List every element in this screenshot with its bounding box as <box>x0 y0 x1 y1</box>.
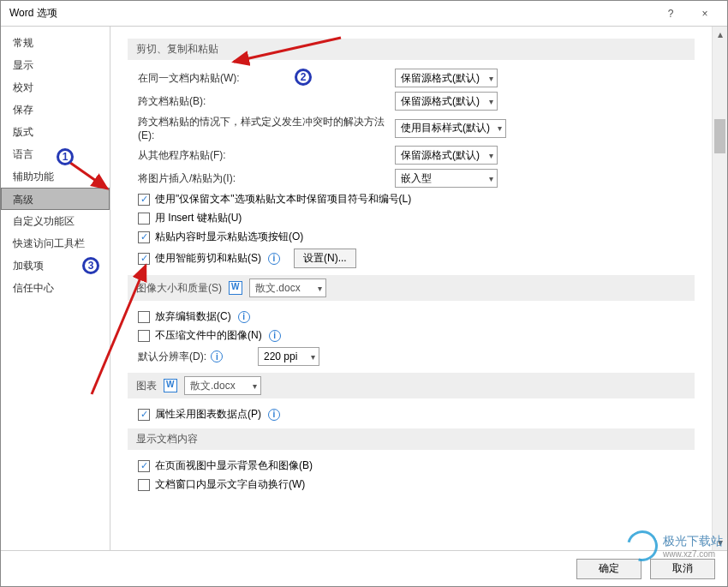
row-bg-colors: 在页面视图中显示背景色和图像(B) <box>138 458 695 473</box>
watermark-text: 极光下载站 <box>663 534 723 549</box>
sidebar-item-trust-center[interactable]: 信任中心 <box>1 277 110 299</box>
word-options-dialog: Word 选项 ? × 常规 显示 校对 保存 版式 语言 辅助功能 高级 自定… <box>0 0 728 587</box>
row-insert-paste-pic: 将图片插入/粘贴为(I): 嵌入型 <box>138 169 695 188</box>
info-icon[interactable]: i <box>268 409 280 421</box>
vertical-scrollbar[interactable]: ▴ ▾ <box>712 27 727 550</box>
label-insert-paste-pic: 将图片插入/粘贴为(I): <box>138 171 395 186</box>
select-paste-cross-doc[interactable]: 保留源格式(默认) <box>395 92 498 111</box>
label-default-res: 默认分辨率(D): i <box>138 350 258 364</box>
row-paste-cross-doc: 跨文档粘贴(B): 保留源格式(默认) <box>138 92 695 111</box>
section-display-doc: 显示文档内容 <box>128 428 695 450</box>
help-button[interactable]: ? <box>653 2 688 26</box>
watermark-logo-icon <box>621 524 663 566</box>
watermark-subtext: www.xz7.com <box>663 549 723 559</box>
row-insert-key: 用 Insert 键粘贴(U) <box>138 211 695 225</box>
sidebar-item-save[interactable]: 保存 <box>1 99 110 121</box>
label-auto-wrap: 文档窗口内显示文字自动换行(W) <box>155 477 305 492</box>
window-title: Word 选项 <box>9 6 653 21</box>
checkbox-no-compress[interactable] <box>138 330 150 342</box>
sidebar: 常规 显示 校对 保存 版式 语言 辅助功能 高级 自定义功能区 快速访问工具栏… <box>1 27 110 550</box>
ok-button[interactable]: 确定 <box>576 559 641 579</box>
sidebar-item-advanced[interactable]: 高级 <box>1 188 110 210</box>
row-keep-bullets: 使用"仅保留文本"选项粘贴文本时保留项目符号和编号(L) <box>138 192 695 207</box>
row-auto-wrap: 文档窗口内显示文字自动换行(W) <box>138 477 695 492</box>
sidebar-item-language[interactable]: 语言 <box>1 143 110 165</box>
section-image-quality: 图像大小和质量(S) 散文.docx <box>128 275 695 301</box>
label-show-paste-btn: 粘贴内容时显示粘贴选项按钮(O) <box>155 230 303 244</box>
label-paste-cross-conflict: 跨文档粘贴的情况下，样式定义发生冲突时的解决方法(E): <box>138 115 395 141</box>
content-area: 剪切、复制和粘贴 在同一文档内粘贴(W): 保留源格式(默认) 跨文档粘贴(B)… <box>110 27 727 550</box>
checkbox-chart-datapoint[interactable] <box>138 409 150 421</box>
checkbox-auto-wrap[interactable] <box>138 479 150 491</box>
checkbox-insert-key[interactable] <box>138 213 150 225</box>
row-paste-same-doc: 在同一文档内粘贴(W): 保留源格式(默认) <box>138 69 695 87</box>
content-scroll: 剪切、复制和粘贴 在同一文档内粘贴(W): 保留源格式(默认) 跨文档粘贴(B)… <box>110 27 712 550</box>
section-image-quality-label: 图像大小和质量(S) <box>136 281 222 296</box>
sidebar-item-display[interactable]: 显示 <box>1 54 110 76</box>
checkbox-bg-colors[interactable] <box>138 460 150 472</box>
checkbox-show-paste-btn[interactable] <box>138 231 150 243</box>
info-icon[interactable]: i <box>238 311 250 323</box>
label-paste-cross-doc: 跨文档粘贴(B): <box>138 94 395 109</box>
section-chart-label: 图表 <box>136 379 157 393</box>
close-button[interactable]: × <box>688 2 722 26</box>
settings-button[interactable]: 设置(N)... <box>294 249 356 268</box>
label-bg-colors: 在页面视图中显示背景色和图像(B) <box>155 458 313 473</box>
word-doc-icon <box>164 379 177 392</box>
label-chart-datapoint: 属性采用图表数据点(P) <box>155 407 261 422</box>
checkbox-keep-bullets[interactable] <box>138 194 150 206</box>
label-discard-edit: 放弃编辑数据(C) <box>155 309 231 324</box>
scroll-track[interactable] <box>713 42 727 535</box>
select-paste-cross-conflict[interactable]: 使用目标样式(默认) <box>395 119 506 138</box>
info-icon[interactable]: i <box>268 253 280 265</box>
watermark: 极光下载站 www.xz7.com <box>627 530 723 561</box>
label-paste-other-app: 从其他程序粘贴(F): <box>138 148 395 163</box>
label-smart-cut: 使用智能剪切和粘贴(S) <box>155 251 261 266</box>
word-doc-icon <box>229 281 242 295</box>
select-insert-paste-pic[interactable]: 嵌入型 <box>395 169 498 188</box>
scroll-up-arrow-icon[interactable]: ▴ <box>713 27 727 42</box>
dialog-body: 常规 显示 校对 保存 版式 语言 辅助功能 高级 自定义功能区 快速访问工具栏… <box>1 27 727 550</box>
cancel-button[interactable]: 取消 <box>650 559 715 579</box>
sidebar-item-quick-access[interactable]: 快速访问工具栏 <box>1 232 110 255</box>
sidebar-item-proofing[interactable]: 校对 <box>1 76 110 99</box>
label-insert-key: 用 Insert 键粘贴(U) <box>155 211 242 225</box>
row-no-compress: 不压缩文件中的图像(N) i <box>138 328 695 343</box>
row-default-res: 默认分辨率(D): i 220 ppi <box>138 347 695 366</box>
info-icon[interactable]: i <box>269 330 281 342</box>
section-chart: 图表 散文.docx <box>128 373 695 398</box>
row-paste-cross-conflict: 跨文档粘贴的情况下，样式定义发生冲突时的解决方法(E): 使用目标样式(默认) <box>138 115 695 141</box>
label-keep-bullets: 使用"仅保留文本"选项粘贴文本时保留项目符号和编号(L) <box>155 192 411 207</box>
dialog-footer: 确定 取消 <box>1 550 727 586</box>
select-image-quality-doc[interactable]: 散文.docx <box>249 279 326 297</box>
checkbox-smart-cut[interactable] <box>138 253 150 265</box>
row-paste-other-app: 从其他程序粘贴(F): 保留源格式(默认) <box>138 146 695 165</box>
annotation-badge-2: 2 <box>295 69 312 86</box>
titlebar: Word 选项 ? × <box>1 1 727 27</box>
annotation-badge-1: 1 <box>57 148 74 165</box>
section-cut-copy-paste: 剪切、复制和粘贴 <box>128 39 695 60</box>
select-paste-same-doc[interactable]: 保留源格式(默认) <box>395 69 498 87</box>
select-default-res[interactable]: 220 ppi <box>258 347 319 366</box>
info-icon[interactable]: i <box>211 350 223 362</box>
label-no-compress: 不压缩文件中的图像(N) <box>155 328 262 343</box>
row-smart-cut: 使用智能剪切和粘贴(S) i 设置(N)... <box>138 249 695 268</box>
sidebar-item-layout[interactable]: 版式 <box>1 121 110 143</box>
sidebar-item-customize-ribbon[interactable]: 自定义功能区 <box>1 210 110 232</box>
scroll-thumb[interactable] <box>714 119 725 153</box>
row-discard-edit: 放弃编辑数据(C) i <box>138 309 695 324</box>
select-chart-doc[interactable]: 散文.docx <box>184 376 261 395</box>
row-show-paste-btn: 粘贴内容时显示粘贴选项按钮(O) <box>138 230 695 244</box>
checkbox-discard-edit[interactable] <box>138 311 150 323</box>
label-paste-same-doc: 在同一文档内粘贴(W): <box>138 71 395 86</box>
select-paste-other-app[interactable]: 保留源格式(默认) <box>395 146 498 165</box>
annotation-badge-3: 3 <box>82 257 99 274</box>
sidebar-item-accessibility[interactable]: 辅助功能 <box>1 165 110 188</box>
sidebar-item-general[interactable]: 常规 <box>1 32 110 54</box>
row-chart-datapoint: 属性采用图表数据点(P) i <box>138 407 695 422</box>
